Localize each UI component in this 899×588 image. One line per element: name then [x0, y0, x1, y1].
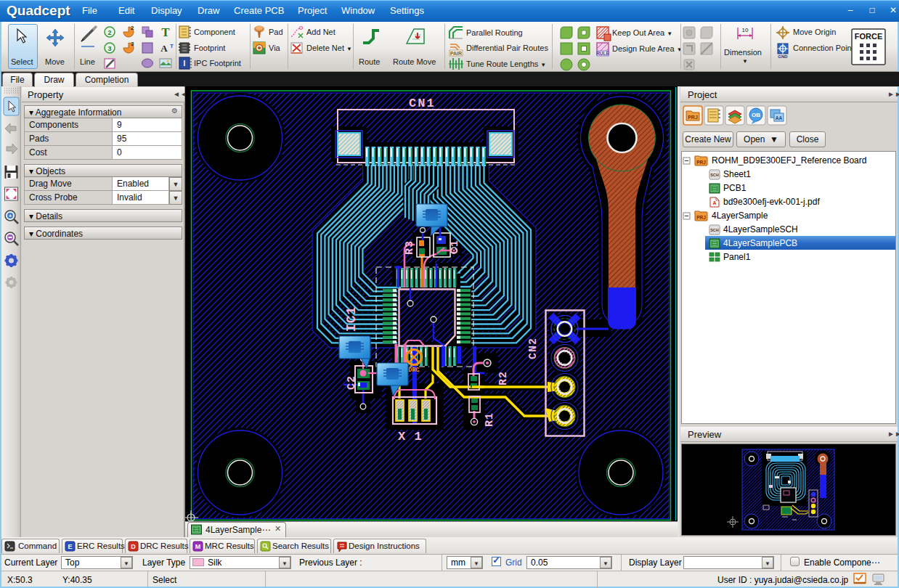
svg-text:4LayerSampleSCH: 4LayerSampleSCH: [723, 224, 798, 234]
svg-text:T: T: [161, 25, 170, 39]
svg-text:4LayerSamplePCB: 4LayerSamplePCB: [723, 238, 797, 248]
svg-text:R3: R3: [404, 240, 416, 255]
svg-text:PCB1: PCB1: [723, 183, 747, 193]
svg-text:3: 3: [131, 41, 134, 47]
svg-text:X 1: X 1: [398, 430, 423, 444]
svg-text:R2: R2: [497, 371, 510, 385]
svg-text:GND: GND: [778, 54, 788, 59]
svg-text:2: 2: [107, 29, 111, 36]
svg-text:ROHM_BD9E300EFJ_Reference Boar: ROHM_BD9E300EFJ_Reference Board: [712, 155, 866, 166]
svg-text:D: D: [131, 543, 136, 550]
svg-text:FORCE: FORCE: [855, 32, 883, 41]
svg-text:Panel1: Panel1: [723, 252, 751, 262]
svg-text:RULE: RULE: [596, 51, 609, 56]
svg-text:T: T: [170, 43, 174, 49]
svg-text:M: M: [195, 543, 201, 550]
svg-text:2: 2: [131, 25, 134, 31]
svg-text:Sheet1: Sheet1: [723, 169, 751, 179]
svg-text:4LayerSample: 4LayerSample: [712, 211, 768, 221]
svg-text:PRJ: PRJ: [688, 115, 698, 120]
svg-text:CN2: CN2: [527, 338, 540, 359]
svg-text:10: 10: [742, 27, 749, 33]
svg-text:I: I: [184, 60, 186, 68]
svg-text:A: A: [160, 43, 168, 54]
svg-text:+: +: [9, 213, 12, 219]
svg-text:IC1: IC1: [344, 306, 359, 332]
svg-text:CN1: CN1: [409, 97, 436, 110]
svg-text:R1: R1: [484, 412, 496, 427]
svg-text:C2: C2: [346, 375, 358, 390]
svg-text:DRC: DRC: [408, 367, 419, 374]
svg-text:E: E: [68, 543, 72, 550]
svg-text:bd9e300efj-evk-001-j.pdf: bd9e300efj-evk-001-j.pdf: [723, 197, 820, 207]
svg-text:A: A: [712, 200, 716, 205]
svg-text:PAIR: PAIR: [450, 51, 462, 56]
svg-text:AA: AA: [776, 115, 783, 121]
svg-text:C1: C1: [449, 240, 461, 254]
svg-text:3: 3: [107, 45, 111, 52]
svg-text:OB: OB: [752, 112, 760, 118]
